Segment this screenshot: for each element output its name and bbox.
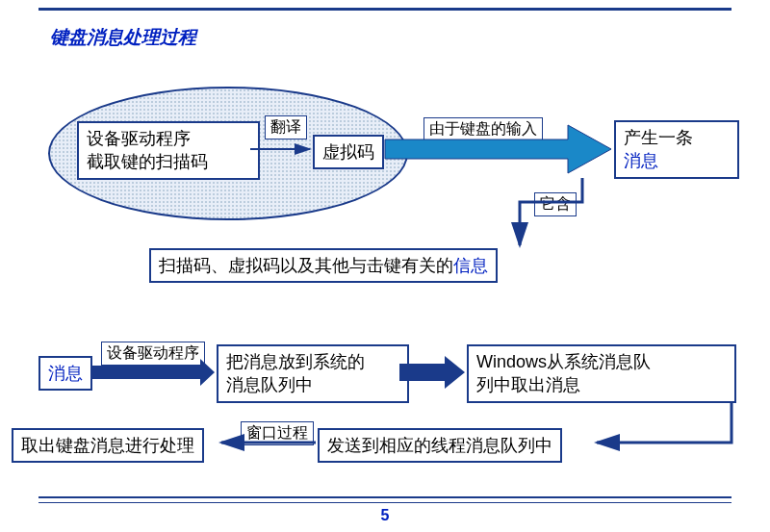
virtual-code-box: 虚拟码 xyxy=(313,135,384,169)
winproc-label: 窗口过程 xyxy=(241,421,314,445)
bottom-rule xyxy=(38,496,732,503)
page-title: 键盘消息处理过程 xyxy=(50,25,196,50)
top-rule xyxy=(38,8,732,11)
svg-marker-3 xyxy=(399,356,465,389)
page-number: 5 xyxy=(0,507,770,524)
process-keyboard-box: 取出键盘消息进行处理 xyxy=(12,428,204,463)
produce-msg-box: 产生一条 消息 xyxy=(614,120,739,179)
contains-label: 它含 xyxy=(534,192,577,216)
translate-label: 翻译 xyxy=(265,115,307,139)
thread-queue-box: 发送到相应的线程消息队列中 xyxy=(318,428,562,463)
msg-box: 消息 xyxy=(38,356,92,391)
driver-label: 设备驱动程序 xyxy=(101,342,205,366)
keyboard-input-label: 由于键盘的输入 xyxy=(424,117,543,141)
scan-code-box: 设备驱动程序 截取键的扫描码 xyxy=(77,121,260,180)
info-box: 扫描码、虚拟码以及其他与击键有关的信息 xyxy=(149,248,498,283)
windows-dequeue-box: Windows从系统消息队 列中取出消息 xyxy=(467,344,736,403)
system-queue-box: 把消息放到系统的 消息队列中 xyxy=(217,344,409,403)
